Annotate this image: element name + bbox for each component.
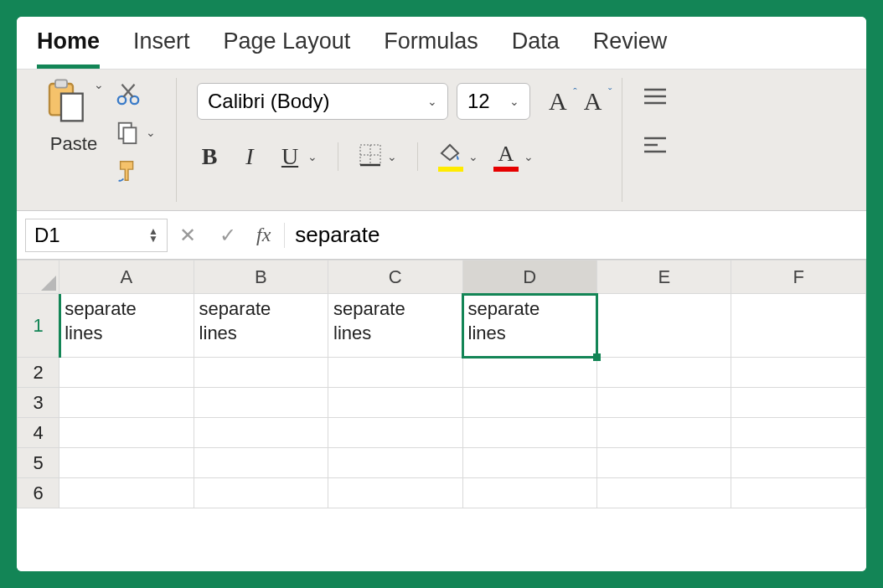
paste-dropdown-icon[interactable]: ⌄ [94,78,104,91]
font-name-select[interactable]: Calibri (Body) ⌄ [197,83,448,120]
cell-C3[interactable] [328,388,462,418]
tab-data[interactable]: Data [512,28,560,69]
table-row: 6 [18,478,866,508]
cell-F5[interactable] [731,448,866,478]
separator [338,142,338,171]
cell-A2[interactable] [59,358,194,388]
cell-B3[interactable] [194,388,328,418]
chevron-down-icon: ⌄ [427,95,437,108]
font-color-button[interactable]: A [493,142,519,172]
cell-F2[interactable] [731,358,866,388]
cell-F6[interactable] [731,478,866,508]
cell-F3[interactable] [731,388,866,418]
row-header-6[interactable]: 6 [18,478,59,508]
table-row: 3 [18,388,866,418]
copy-button[interactable]: ⌄ [116,120,156,145]
tab-page-layout[interactable]: Page Layout [224,28,351,69]
row-header-4[interactable]: 4 [18,418,59,448]
row-header-2[interactable]: 2 [18,358,59,388]
cell-E3[interactable] [597,388,731,418]
fill-dropdown-icon[interactable]: ⌄ [468,150,478,163]
increase-font-button[interactable]: Aˆ [549,87,567,116]
cell-F4[interactable] [731,418,866,448]
copy-dropdown-icon[interactable]: ⌄ [146,126,156,139]
cell-A6[interactable] [59,478,194,508]
cell-D5[interactable] [462,448,596,478]
row-header-1[interactable]: 1 [18,294,59,358]
cell-C6[interactable] [328,478,462,508]
cell-F1[interactable] [731,294,866,358]
fill-color-button[interactable] [438,142,463,172]
col-header-A[interactable]: A [59,260,194,294]
font-size-select[interactable]: 12 ⌄ [457,83,530,120]
svg-point-4 [131,96,138,104]
cell-B4[interactable] [194,418,328,448]
svg-rect-2 [61,94,83,121]
svg-line-5 [123,85,134,97]
cell-A5[interactable] [59,448,194,478]
col-header-C[interactable]: C [328,260,462,294]
cell-D6[interactable] [462,478,596,508]
cell-C2[interactable] [328,358,462,388]
cell-E1[interactable] [597,294,731,358]
col-header-E[interactable]: E [597,260,731,294]
cell-E5[interactable] [597,448,731,478]
tab-home[interactable]: Home [37,28,100,69]
row-header-3[interactable]: 3 [18,388,59,418]
font-color-dropdown-icon[interactable]: ⌄ [524,150,534,163]
cell-A1[interactable]: separate lines [59,294,194,358]
excel-window: Home Insert Page Layout Formulas Data Re… [17,17,866,571]
cell-B1[interactable]: separate lines [194,294,328,358]
borders-dropdown-icon[interactable]: ⌄ [387,150,397,163]
cell-B5[interactable] [194,448,328,478]
formula-input[interactable] [290,222,858,248]
cell-E6[interactable] [597,478,731,508]
name-box[interactable]: D1 ▲▼ [25,219,168,252]
col-header-D[interactable]: D [462,260,596,294]
cut-button[interactable] [116,81,156,106]
table-row: 5 [18,448,866,478]
separator [284,223,285,248]
alignment-group [622,86,683,202]
row-header-5[interactable]: 5 [18,448,59,478]
confirm-formula-button[interactable]: ✓ [219,224,236,247]
cell-E2[interactable] [597,358,731,388]
paste-icon[interactable] [44,78,90,128]
cell-D3[interactable] [462,388,596,418]
cancel-formula-button[interactable]: ✕ [179,224,196,247]
select-all-corner[interactable] [18,260,59,294]
format-painter-button[interactable] [116,158,156,183]
borders-button[interactable] [359,143,382,170]
ribbon-tabs: Home Insert Page Layout Formulas Data Re… [17,17,866,69]
cell-C1[interactable]: separate lines [328,294,462,358]
fx-label[interactable]: fx [256,224,271,246]
cell-B6[interactable] [194,478,328,508]
col-header-F[interactable]: F [731,260,866,294]
tab-insert[interactable]: Insert [133,28,190,69]
name-box-stepper[interactable]: ▲▼ [148,228,158,243]
align-top-button[interactable] [643,86,668,110]
italic-button[interactable]: I [237,143,262,170]
tab-review[interactable]: Review [593,28,668,69]
cell-D4[interactable] [462,418,596,448]
cell-A3[interactable] [59,388,194,418]
underline-dropdown-icon[interactable]: ⌄ [307,150,318,163]
underline-button[interactable]: U [277,143,302,170]
cell-E4[interactable] [597,418,731,448]
font-size-value: 12 [467,90,490,113]
paintbrush-icon [116,158,141,183]
align-left-button[interactable] [643,135,668,158]
decrease-font-button[interactable]: Aˇ [584,87,602,116]
clipboard-group: ⌄ Paste ⌄ [28,78,177,202]
table-row: 4 [18,418,866,448]
cell-B2[interactable] [194,358,328,388]
cell-D2[interactable] [462,358,596,388]
col-header-B[interactable]: B [194,260,328,294]
tab-formulas[interactable]: Formulas [384,28,478,69]
cell-C5[interactable] [328,448,462,478]
column-headers: A B C D E F [18,260,866,294]
cell-A4[interactable] [59,418,194,448]
cell-D1[interactable]: separate lines [462,294,596,358]
bold-button[interactable]: B [197,143,222,170]
cell-C4[interactable] [328,418,462,448]
